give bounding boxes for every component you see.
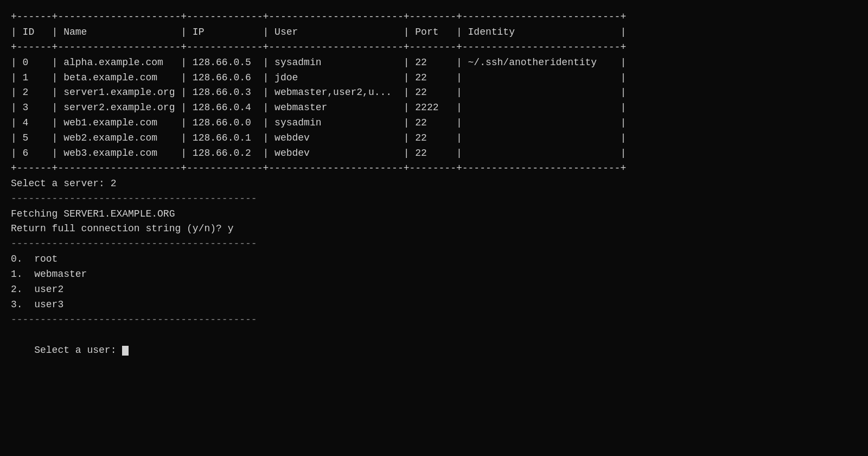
divider-2: ----------------------------------------… (11, 237, 857, 252)
table-row: | 1 | beta.example.com | 128.66.0.6 | jd… (11, 71, 857, 86)
full-connection-prompt: Return full connection string (y/n)? y (11, 221, 857, 237)
divider-1: ----------------------------------------… (11, 192, 857, 207)
table-row: | 6 | web3.example.com | 128.66.0.2 | we… (11, 146, 857, 161)
table-border-mid: +------+---------------------+----------… (11, 40, 857, 55)
table-row: | 0 | alpha.example.com | 128.66.0.5 | s… (11, 55, 857, 71)
select-server-prompt: Select a server: 2 (11, 176, 857, 192)
user-list-item: 1. webmaster (11, 267, 857, 282)
select-user-prompt[interactable]: Select a user: (11, 328, 857, 373)
table-border-top: +------+---------------------+----------… (11, 10, 857, 25)
user-list-item: 2. user2 (11, 282, 857, 297)
cursor (122, 346, 129, 356)
table-row: | 4 | web1.example.com | 128.66.0.0 | sy… (11, 116, 857, 131)
terminal-window: +------+---------------------+----------… (11, 10, 857, 373)
table-header: | ID | Name | IP | User | Port | Identit… (11, 25, 857, 40)
fetching-line: Fetching SERVER1.EXAMPLE.ORG (11, 207, 857, 222)
divider-3: ----------------------------------------… (11, 313, 857, 328)
user-list-item: 0. root (11, 252, 857, 267)
table-row: | 5 | web2.example.com | 128.66.0.1 | we… (11, 131, 857, 146)
table-border-bot: +------+---------------------+----------… (11, 161, 857, 176)
select-user-label: Select a user: (34, 345, 122, 356)
table-row: | 3 | server2.example.org | 128.66.0.4 |… (11, 100, 857, 116)
table-row: | 2 | server1.example.org | 128.66.0.3 |… (11, 85, 857, 100)
user-list-item: 3. user3 (11, 297, 857, 313)
